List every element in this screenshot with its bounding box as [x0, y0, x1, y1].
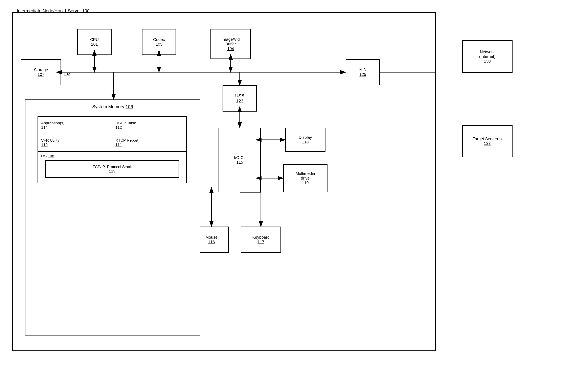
imgbuf-label: Image/VidBuffer	[221, 37, 240, 46]
vfr-id: 110	[41, 143, 48, 147]
outer-box-label: Intermediate Node/Hop-1 Server 100	[17, 8, 90, 13]
bus-label: 102	[64, 72, 70, 76]
ioctl-box: I/O Ctl 115	[219, 128, 261, 192]
sysmem-id: 106	[126, 104, 133, 109]
usb-box: USB 123	[222, 85, 257, 112]
imgbuf-box: Image/VidBuffer 104	[210, 29, 251, 59]
outer-box-id: 100	[82, 8, 90, 13]
multimedia-label: Multimediadrive	[296, 171, 315, 181]
targetserver-label: Target Server(s)	[473, 137, 502, 141]
applications-id: 114	[41, 125, 48, 130]
storage-box: Storage 107	[21, 59, 61, 85]
cpu-id: 101	[91, 42, 98, 47]
sysmem-box: System Memory 106 Application(s)114 DSCP…	[25, 99, 200, 336]
os-id: 108	[48, 154, 54, 158]
storage-label: Storage	[34, 68, 48, 72]
network-label: Network(Internet)	[479, 50, 495, 59]
ioctl-id: 115	[236, 160, 243, 165]
codec-box: Codec 103	[142, 29, 176, 55]
nid-label: NID	[359, 68, 366, 72]
cpu-box: CPU 101	[77, 29, 112, 55]
nid-box: NID 125	[346, 59, 380, 85]
keyboard-label: Keyboard	[252, 235, 270, 240]
display-label: Display	[299, 135, 312, 140]
mouse-id: 116	[208, 240, 215, 244]
dscp-cell: DSCP Table112	[112, 117, 186, 134]
network-box: Network(Internet) 130	[462, 40, 513, 73]
applications-cell: Application(s)114	[38, 117, 112, 134]
multimedia-id: 119	[302, 181, 308, 185]
codec-id: 103	[156, 42, 162, 47]
multimedia-box: Multimediadrive 119	[283, 164, 327, 192]
display-box: Display 118	[285, 128, 326, 152]
keyboard-id: 117	[257, 240, 264, 244]
targetserver-box: Target Server(s) 133	[462, 125, 513, 157]
display-id: 118	[302, 140, 308, 144]
app-table-row-2: VFR Utility110 RTCP Report111	[38, 134, 186, 152]
app-table-row-1: Application(s)114 DSCP Table112	[38, 117, 186, 134]
tcpip-id: 113	[109, 169, 116, 173]
nid-id: 125	[359, 72, 366, 77]
sysmem-label: System Memory 106	[92, 104, 133, 109]
imgbuf-id: 104	[227, 46, 234, 51]
storage-id: 107	[38, 72, 44, 77]
mouse-label: Mouse	[205, 235, 218, 240]
rtcp-id: 111	[116, 143, 122, 147]
app-table: Application(s)114 DSCP Table112 VFR Util…	[38, 116, 187, 183]
os-row: OS 108 TCP/IP Protocol Stack113	[38, 152, 186, 183]
network-id: 130	[484, 59, 491, 63]
intermediate-node-box: Intermediate Node/Hop-1 Server 100 102 S…	[12, 12, 436, 351]
tcpip-box: TCP/IP Protocol Stack113	[45, 160, 179, 178]
rtcp-cell: RTCP Report111	[112, 134, 186, 151]
cpu-label: CPU	[90, 37, 99, 42]
keyboard-box: Keyboard 117	[241, 227, 281, 253]
codec-label: Codec	[153, 37, 165, 42]
usb-label: USB	[235, 93, 244, 98]
targetserver-id: 133	[484, 141, 491, 146]
vfr-cell: VFR Utility110	[38, 134, 112, 151]
dscp-id: 112	[116, 125, 122, 130]
ioctl-label: I/O Ctl	[234, 155, 246, 160]
usb-id: 123	[236, 98, 243, 104]
